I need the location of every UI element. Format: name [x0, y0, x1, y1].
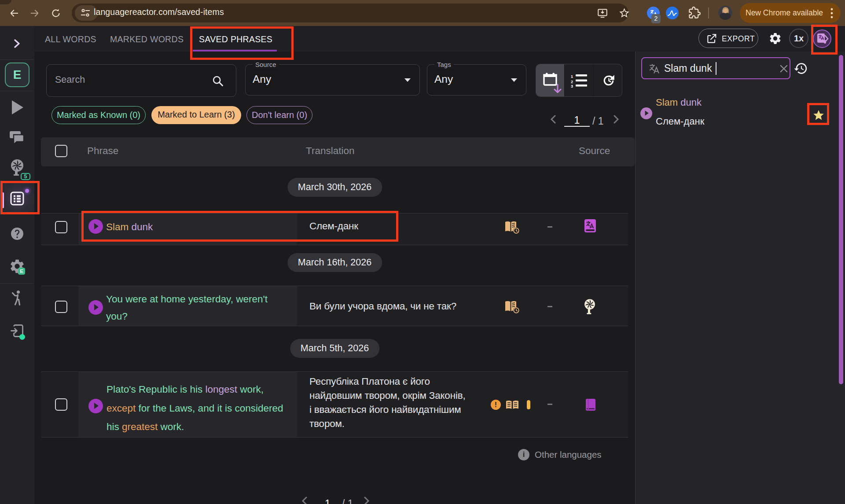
svg-text:2: 2: [571, 80, 573, 84]
svg-text:3: 3: [571, 84, 573, 88]
svg-text:1: 1: [571, 74, 573, 79]
